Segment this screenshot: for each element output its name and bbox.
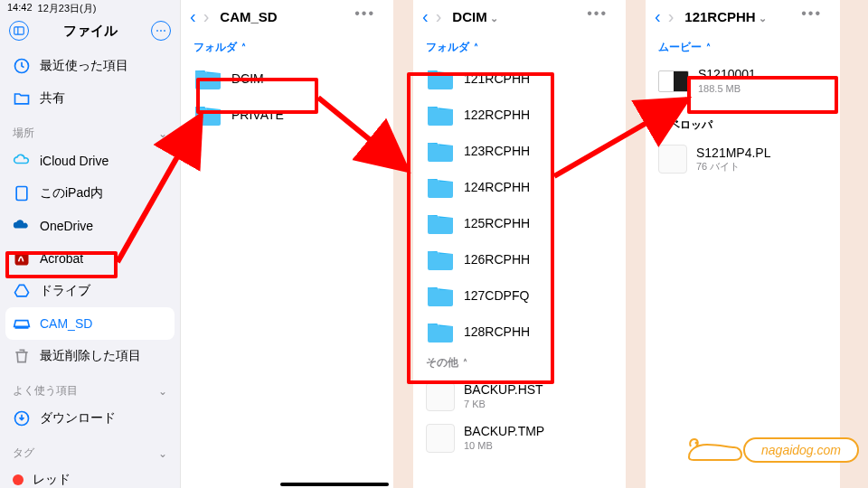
section-movie[interactable]: ムービー ˄ [646,34,840,61]
sidebar: 14:42 12月23日(月) ファイル ⋯ 最近使った項目 共有 場所 ⌄ [0,0,181,488]
sidebar-section-favorites[interactable]: よく使う項目 ⌄ [5,372,175,402]
cloud-icon [13,152,31,170]
folder-icon [426,139,455,163]
svg-rect-0 [14,27,24,34]
section-developer[interactable]: デベロッパ [646,112,840,138]
folder-name: 128RCPHH [464,324,530,339]
folder-name: 125RCPHH [464,216,530,230]
folder-name: PRIVATE [231,108,284,122]
more-button[interactable]: ••• [792,5,831,22]
sidebar-section-locations[interactable]: 場所 ⌄ [5,115,175,145]
chevron-down-icon[interactable]: ⌄ [490,13,498,23]
folder-row[interactable]: 128RCPHH [413,314,626,350]
file-icon [426,424,455,453]
column-title: DCIM⌄ [452,9,497,24]
back-button[interactable]: ‹ [190,7,196,25]
sidebar-toggle-button[interactable] [9,21,29,41]
clock-icon [13,57,31,75]
column-header: ‹ › CAM_SD ••• [181,0,393,34]
sidebar-item-shared[interactable]: 共有 [5,82,175,115]
video-thumbnail-icon [658,70,689,92]
folder-row[interactable]: 126RCPHH [413,241,626,277]
folder-row[interactable]: 122RCPHH [413,97,626,133]
folder-icon [426,320,455,343]
folder-row[interactable]: 123RCPHH [413,133,626,169]
back-button[interactable]: ‹ [655,7,661,25]
watermark: nagaidog.com [680,430,859,470]
folder-row[interactable]: PRIVATE [181,97,393,133]
file-size: 7 KB [464,399,543,411]
sidebar-item-label: このiPad内 [40,185,103,202]
folder-icon [426,211,455,235]
sidebar-title: ファイル [63,23,118,40]
forward-button[interactable]: › [436,7,442,25]
sidebar-item-icloud[interactable]: iCloud Drive [5,145,175,177]
folder-row[interactable]: 127CDPFQ [413,277,626,314]
sidebar-item-label: 最近削除した項目 [40,348,141,364]
sidebar-item-trash[interactable]: 最近削除した項目 [5,340,175,372]
folder-icon [193,103,222,127]
download-icon [13,409,31,427]
file-row: BACKUP.HST7 KB [413,376,626,418]
sidebar-item-camsd[interactable]: CAM_SD [5,307,175,340]
folder-icon [193,67,222,90]
file-name: S121MP4.PL [696,145,771,162]
sidebar-item-gdrive[interactable]: ドライブ [5,275,175,307]
sidebar-more-button[interactable]: ⋯ [151,21,171,41]
chevron-down-icon[interactable]: ⌄ [759,13,767,23]
sidebar-item-recent[interactable]: 最近使った項目 [5,50,175,82]
gdrive-icon [13,282,31,300]
column-121rcphh: ‹ › 121RCPHH⌄ ••• ムービー ˄ S1210001188.5 M… [646,0,840,488]
forward-button[interactable]: › [203,7,210,25]
movie-row[interactable]: S1210001188.5 MB [646,61,840,101]
section-other[interactable]: その他 ˄ [413,350,626,376]
app-root: 14:42 12月23日(月) ファイル ⋯ 最近使った項目 共有 場所 ⌄ [0,0,868,488]
svg-rect-3 [16,187,27,201]
sidebar-item-acrobat[interactable]: Acrobat [5,242,175,275]
column-dcim: ‹ › DCIM⌄ ••• フォルダ ˄ 121RCPHH122RCPHH123… [413,0,626,488]
file-row[interactable]: S121MP4.PL76 バイト [646,138,840,180]
file-name: BACKUP.TMP [464,424,544,440]
status-date: 12月23日(月) [38,2,97,15]
ipad-icon [13,184,31,202]
trash-icon [13,347,31,365]
folder-row[interactable]: 125RCPHH [413,205,626,241]
sidebar-item-label: 共有 [40,90,65,107]
more-button[interactable]: ••• [345,5,384,22]
section-folders[interactable]: フォルダ ˄ [413,34,626,61]
sidebar-item-label: iCloud Drive [40,154,108,168]
folder-name: 121RCPHH [464,71,530,86]
column-header: ‹ › DCIM⌄ ••• [413,0,626,34]
sidebar-item-label: レッド [33,472,71,488]
folder-row[interactable]: 121RCPHH [413,61,626,97]
drive-icon [13,314,31,333]
folder-icon [426,175,455,199]
acrobat-icon [13,249,31,267]
sidebar-tag-red[interactable]: レッド [5,465,175,488]
sidebar-section-tags[interactable]: タグ ⌄ [5,435,175,465]
sidebar-item-label: 最近使った項目 [40,58,128,74]
back-button[interactable]: ‹ [422,7,429,25]
file-icon [658,145,687,174]
chevron-down-icon: ⌄ [158,127,167,140]
status-time: 14:42 [7,2,33,15]
sidebar-item-ipad[interactable]: このiPad内 [5,177,175,210]
sidebar-item-onedrive[interactable]: OneDrive [5,210,175,242]
home-indicator [280,483,389,486]
folder-icon [426,103,455,127]
section-folders[interactable]: フォルダ ˄ [181,34,393,61]
forward-button[interactable]: › [668,7,675,25]
folder-row[interactable]: DCIM [181,61,393,97]
file-name: BACKUP.HST [464,382,543,399]
sidebar-header: ファイル ⋯ [0,15,180,50]
column-title: 121RCPHH⌄ [684,9,766,24]
more-button[interactable]: ••• [578,5,617,22]
folder-person-icon [13,89,31,108]
file-size: 10 MB [464,440,544,453]
folder-list: DCIM PRIVATE [181,61,393,133]
file-list: BACKUP.HST7 KB BACKUP.TMP10 MB [413,376,626,459]
folder-row[interactable]: 124RCPHH [413,169,626,205]
file-row[interactable]: BACKUP.TMP10 MB [413,418,626,459]
column-camsd: ‹ › CAM_SD ••• フォルダ ˄ DCIM PRIVATE [181,0,393,488]
sidebar-item-downloads[interactable]: ダウンロード [5,402,175,435]
